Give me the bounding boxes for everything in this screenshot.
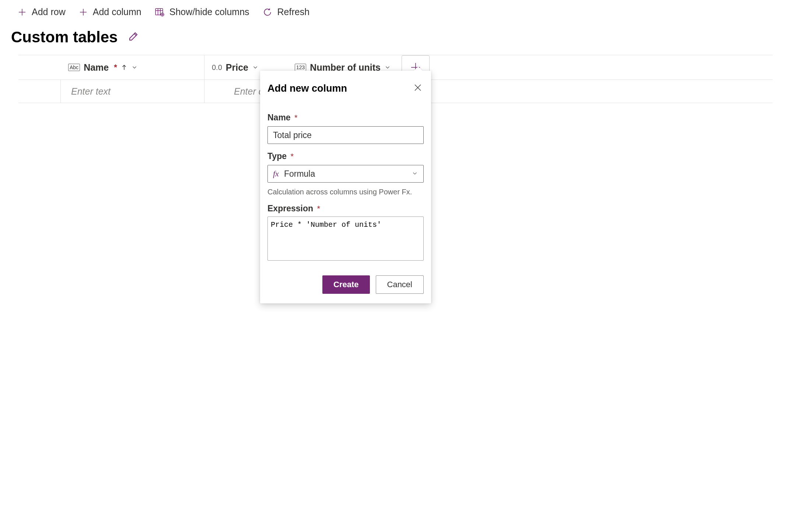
name-field-group: Name * — [267, 113, 424, 144]
column-name-input[interactable] — [267, 126, 424, 144]
type-label: Type * — [267, 151, 424, 161]
integer-type-icon: 123 — [295, 64, 306, 71]
formula-fx-icon: fx — [273, 169, 279, 179]
placeholder-text: Enter text — [71, 86, 111, 97]
chevron-down-icon — [412, 169, 418, 179]
cancel-button[interactable]: Cancel — [376, 275, 424, 294]
name-cell[interactable]: Enter text — [61, 80, 204, 103]
decimal-type-icon: 0.0 — [212, 63, 222, 72]
type-select[interactable]: fx Formula — [267, 165, 424, 183]
type-help-text: Calculation across columns using Power F… — [267, 188, 424, 196]
column-header-name[interactable]: Abc Name * — [18, 55, 204, 80]
type-value: Formula — [284, 169, 315, 179]
page-title: Custom tables — [11, 28, 118, 46]
show-hide-columns-button[interactable]: Show/hide columns — [155, 7, 249, 17]
name-label: Name * — [267, 113, 424, 123]
required-indicator: * — [294, 113, 298, 122]
panel-title: Add new column — [267, 83, 347, 94]
plus-icon — [18, 8, 27, 17]
type-field-group: Type * fx Formula Calculation across col… — [267, 151, 424, 196]
chevron-down-icon — [252, 62, 259, 73]
plus-icon — [79, 8, 88, 17]
refresh-icon — [263, 7, 272, 17]
page-header: Custom tables — [0, 24, 791, 55]
close-icon — [413, 83, 422, 92]
row-selector-cell[interactable] — [18, 80, 61, 103]
add-column-label: Add column — [93, 7, 141, 17]
chevron-down-icon — [131, 62, 138, 73]
expression-label: Expression * — [267, 204, 424, 214]
edit-title-button[interactable] — [128, 31, 139, 43]
text-type-icon: Abc — [68, 64, 80, 71]
expression-input[interactable] — [267, 216, 424, 261]
column-label: Price — [226, 62, 248, 73]
add-column-button[interactable]: Add column — [79, 7, 141, 17]
refresh-label: Refresh — [277, 7, 310, 17]
panel-header: Add new column — [267, 82, 424, 95]
expression-field-group: Expression * — [267, 204, 424, 262]
add-row-button[interactable]: Add row — [18, 7, 66, 17]
required-indicator: * — [114, 63, 117, 72]
svg-line-14 — [134, 34, 136, 36]
show-hide-label: Show/hide columns — [169, 7, 249, 17]
column-label: Name — [84, 62, 109, 73]
create-button[interactable]: Create — [322, 275, 370, 294]
close-button[interactable] — [412, 82, 424, 95]
sort-asc-icon — [121, 62, 127, 73]
command-bar: Add row Add column Show/hide columns — [0, 0, 791, 24]
refresh-button[interactable]: Refresh — [263, 7, 310, 17]
add-column-panel: Add new column Name * Type * fx Formula … — [260, 71, 431, 303]
table-settings-icon — [155, 7, 164, 17]
add-row-label: Add row — [32, 7, 66, 17]
required-indicator: * — [317, 204, 320, 213]
required-indicator: * — [290, 152, 294, 161]
panel-actions: Create Cancel — [267, 275, 424, 294]
